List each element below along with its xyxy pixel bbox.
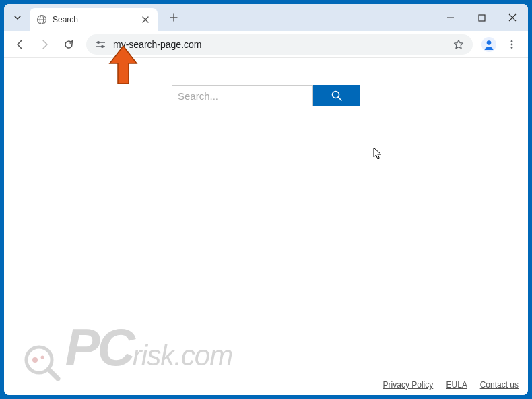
site-settings-icon: [94, 40, 106, 49]
tab-title: Search: [53, 15, 140, 24]
close-icon: [508, 13, 517, 22]
svg-point-8: [101, 45, 104, 48]
watermark: PCrisk.com: [22, 317, 232, 383]
svg-point-10: [487, 40, 492, 45]
svg-line-15: [339, 98, 342, 101]
window-controls: [435, 4, 528, 31]
footer-links: Privacy Policy EULA Contact us: [383, 380, 519, 390]
browser-tab[interactable]: Search: [30, 8, 158, 31]
back-button[interactable]: [9, 34, 31, 55]
toolbar: my-search-page.com: [4, 31, 528, 58]
svg-point-6: [97, 41, 100, 44]
url-text: my-search-page.com: [113, 39, 451, 50]
forward-button[interactable]: [34, 34, 55, 55]
menu-dots-icon: [507, 40, 517, 49]
page-content: Privacy Policy EULA Contact us PCrisk.co…: [4, 58, 528, 395]
bookmark-button[interactable]: [451, 37, 466, 52]
globe-icon: [36, 14, 47, 25]
maximize-button[interactable]: [466, 4, 497, 31]
svg-point-11: [511, 40, 513, 42]
browser-window: Search: [4, 4, 528, 395]
svg-point-12: [511, 43, 513, 45]
minimize-button[interactable]: [435, 4, 466, 31]
maximize-icon: [478, 14, 486, 22]
plus-icon: [170, 13, 178, 22]
svg-point-18: [41, 356, 44, 359]
new-tab-button[interactable]: [164, 8, 183, 27]
search-input[interactable]: [172, 85, 313, 106]
profile-button[interactable]: [479, 35, 498, 54]
profile-icon: [481, 37, 496, 52]
star-icon: [453, 39, 464, 50]
watermark-pc: PC: [65, 317, 132, 377]
search-form: [172, 85, 360, 106]
eula-link[interactable]: EULA: [446, 380, 467, 390]
svg-line-19: [48, 369, 58, 379]
contact-link[interactable]: Contact us: [480, 380, 519, 390]
search-button[interactable]: [313, 85, 360, 106]
privacy-link[interactable]: Privacy Policy: [383, 380, 434, 390]
reload-button[interactable]: [58, 34, 79, 55]
svg-rect-4: [479, 15, 485, 21]
close-icon: [142, 16, 149, 23]
window-close-button[interactable]: [497, 4, 528, 31]
search-icon: [331, 90, 343, 102]
site-settings-button[interactable]: [93, 37, 108, 52]
arrow-right-icon: [39, 39, 50, 50]
minimize-icon: [446, 13, 455, 22]
chevron-down-icon: [13, 13, 22, 22]
title-bar: Search: [4, 4, 528, 31]
svg-point-13: [511, 47, 513, 49]
magnifier-icon: [22, 342, 62, 383]
menu-button[interactable]: [501, 34, 523, 55]
tab-close-button[interactable]: [140, 14, 151, 25]
reload-icon: [63, 39, 74, 50]
tabs-dropdown-button[interactable]: [8, 8, 27, 27]
watermark-risk: risk.com: [133, 340, 232, 371]
address-bar[interactable]: my-search-page.com: [86, 34, 473, 55]
arrow-left-icon: [15, 39, 26, 50]
svg-point-17: [32, 357, 38, 363]
svg-point-16: [26, 347, 52, 373]
